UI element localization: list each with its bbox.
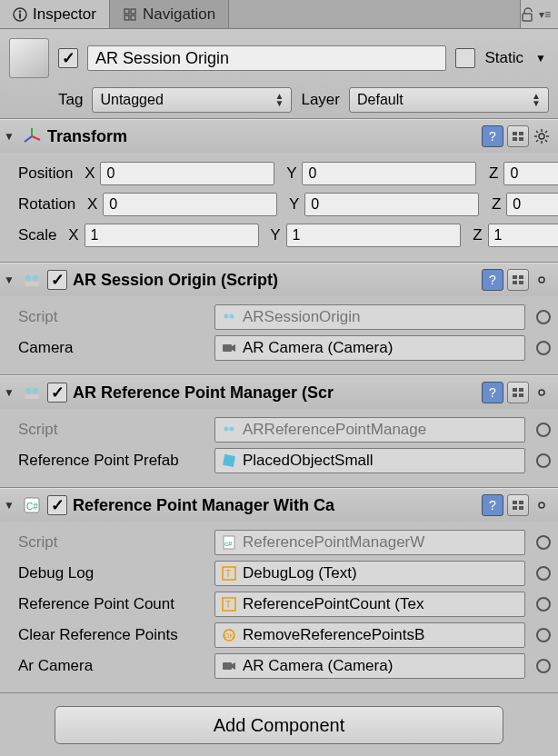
svg-line-20 [536,131,538,133]
position-x[interactable] [100,162,274,185]
layer-label: Layer [301,91,340,109]
preset-button[interactable] [507,494,529,516]
tab-inspector[interactable]: Inspector [0,0,110,28]
preset-button[interactable] [507,269,529,291]
foldout-icon[interactable]: ▼ [4,130,16,143]
object-picker-icon[interactable] [536,597,551,612]
transform-icon [22,126,42,146]
gear-icon[interactable] [533,383,551,402]
svg-rect-11 [513,132,517,135]
svg-point-15 [539,134,544,139]
rotation-z[interactable] [506,193,558,216]
help-button[interactable]: ? [482,125,503,147]
rotation-label: Rotation [18,195,75,214]
help-button[interactable]: ? [482,269,503,291]
z-label: Z [482,164,498,183]
x-label: X [78,164,95,183]
object-picker-icon[interactable] [536,310,551,324]
preset-button[interactable] [507,125,529,147]
scale-z[interactable] [488,224,558,247]
debug-log-label: Debug Log [18,564,209,582]
svg-rect-40 [519,388,523,392]
ar-camera-field[interactable]: AR Camera (Camera) [214,653,525,679]
svg-point-1 [19,10,21,12]
svg-rect-7 [523,14,532,21]
static-checkbox[interactable] [455,48,475,68]
object-picker-icon[interactable] [536,535,551,550]
lock-icon[interactable] [521,7,533,22]
svg-rect-50 [519,501,523,504]
transform-title: Transform [47,127,476,146]
foldout-icon[interactable]: ▼ [4,274,16,286]
add-component-button[interactable]: Add Component [55,706,503,744]
object-picker-icon[interactable] [536,423,551,437]
scale-y[interactable] [286,224,461,247]
clear-points-field[interactable]: OK RemoveReferencePointsB [214,622,525,648]
svg-marker-35 [232,344,235,352]
script-file-icon [221,309,237,325]
gear-icon[interactable] [533,496,551,514]
svg-point-31 [539,277,544,283]
object-picker-icon[interactable] [536,659,551,673]
component-enable-checkbox[interactable] [47,383,67,403]
script-icon [22,383,42,403]
tag-select[interactable]: Untagged ▲▼ [92,87,292,113]
ref-count-field[interactable]: T ReferencePointCount (Tex [214,592,525,617]
position-z[interactable] [503,162,558,185]
help-button[interactable]: ? [482,494,503,516]
camera-field[interactable]: AR Camera (Camera) [214,335,525,361]
gear-icon[interactable] [533,127,551,145]
text-icon: T [221,565,237,582]
object-picker-icon[interactable] [536,341,551,355]
tab-bar: Inspector Navigation ▾≡ [0,0,558,29]
layer-select[interactable]: Default ▲▼ [349,87,549,113]
gameobject-name-input[interactable] [87,45,446,71]
help-button[interactable]: ? [482,382,503,403]
svg-line-10 [25,136,32,142]
svg-point-37 [33,388,38,393]
updown-icon: ▲▼ [532,93,541,107]
scale-x[interactable] [85,224,259,247]
component-enable-checkbox[interactable] [47,270,67,290]
svg-rect-27 [513,275,517,279]
foldout-icon[interactable]: ▼ [4,499,16,512]
svg-rect-5 [125,15,129,20]
position-y[interactable] [302,162,476,185]
camera-icon [221,340,237,356]
svg-rect-52 [519,506,523,510]
svg-point-43 [539,390,544,395]
object-picker-icon[interactable] [536,566,551,581]
script-file-icon [221,422,237,438]
svg-rect-39 [513,388,517,392]
script-icon [22,270,42,290]
svg-rect-38 [25,394,39,399]
gameobject-icon[interactable] [9,38,49,78]
object-picker-icon[interactable] [536,453,551,468]
script-label: Script [18,533,209,552]
info-icon [13,7,27,22]
svg-marker-63 [232,662,235,670]
panel-menu-icon[interactable]: ▾≡ [539,8,551,21]
rotation-x[interactable] [103,193,277,216]
component-enable-checkbox[interactable] [47,495,67,515]
gear-icon[interactable] [533,271,551,289]
svg-text:OK: OK [224,632,234,639]
component-ar-reference-point-manager: ▼ AR Reference Point Manager (Scr ? Scri… [0,375,558,488]
svg-point-45 [230,427,234,432]
csharp-icon: C# [22,495,42,515]
static-label: Static [484,49,523,67]
svg-rect-29 [513,281,517,284]
prefab-field[interactable]: PlacedObjectSmall [214,448,525,473]
rotation-y[interactable] [304,193,479,216]
camera-icon [221,658,237,674]
object-picker-icon[interactable] [536,628,551,642]
debug-log-field[interactable]: T DebugLog (Text) [214,561,525,586]
tab-inspector-label: Inspector [33,5,96,24]
preset-button[interactable] [507,382,529,403]
foldout-icon[interactable]: ▼ [4,386,16,399]
tag-value: Untagged [100,92,163,108]
svg-point-25 [33,275,38,281]
active-checkbox[interactable] [58,48,78,68]
static-dropdown-icon[interactable]: ▼ [533,52,549,65]
tab-navigation[interactable]: Navigation [110,0,229,28]
